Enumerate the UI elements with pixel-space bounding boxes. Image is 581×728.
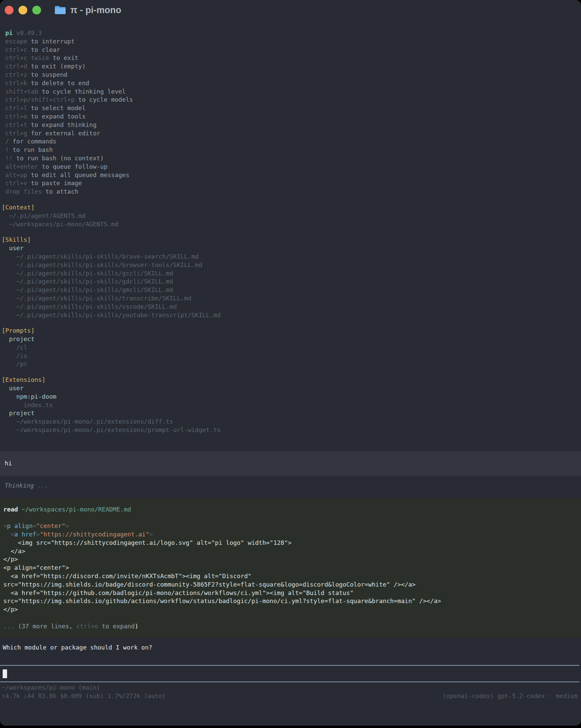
thinking-label: Thinking — [5, 482, 34, 489]
tool-output-line: <p align="center"> — [3, 564, 578, 572]
shortcut-line: ctrl+z to suspend — [2, 71, 581, 79]
shortcut-line: / for commands — [2, 137, 581, 146]
section-skills: [Skills] user ~/.pi/agent/skills/pi-skil… — [0, 236, 581, 319]
shortcut-line: alt+up to edit all queued messages — [2, 171, 581, 180]
section-prompts: [Prompts] project /cl /is /pr — [0, 327, 581, 368]
shortcut-line: ctrl+l to select model — [2, 104, 581, 112]
section-row: user — [2, 244, 581, 253]
tool-output-line: </p> — [3, 555, 578, 564]
shortcut-line: alt+enter to queue follow-up — [2, 163, 581, 171]
section-extensions: [Extensions] user npm:pi-doom index.ts p… — [0, 376, 581, 434]
blank-line — [3, 514, 578, 522]
tool-output-line: <a href="https://shittycodingagent.ai"> — [3, 530, 578, 539]
section-row: ~/.pi/agent/skills/pi-skills/vscode/SKIL… — [2, 303, 581, 311]
section-header: [Context] — [2, 203, 581, 212]
shortcut-line: shift+tab to cycle thinking level — [2, 87, 581, 96]
shortcut-line: ctrl+o to expand tools — [2, 112, 581, 121]
section-row: user — [2, 384, 581, 393]
assistant-message: Which module or package should I work on… — [0, 644, 581, 652]
tool-output-line: src="https://img.shields.io/badge/discor… — [3, 580, 578, 589]
section-row: ~/.pi/agent/skills/pi-skills/youtube-tra… — [2, 311, 581, 319]
minimize-window-button[interactable] — [19, 6, 27, 15]
section-row: /is — [2, 352, 581, 360]
close-window-button[interactable] — [5, 6, 14, 15]
status-line: ↑4.7k ↓44 R3.8k $0.009 (sub) 1.7%/272k (… — [2, 692, 578, 700]
section-row: project — [2, 409, 581, 418]
section-row: /pr — [2, 360, 581, 368]
section-row: ~/.pi/agent/AGENTS.md — [2, 212, 581, 220]
blank-line — [3, 614, 578, 622]
sections-block: [Context] ~/.pi/agent/AGENTS.md ~/worksp… — [0, 203, 581, 434]
shortcut-line: !! to run bash (no context) — [2, 154, 581, 163]
section-row: ~/workspaces/pi-mono/.pi/extensions/diff… — [2, 418, 581, 426]
section-row: ~/workspaces/pi-mono/AGENTS.md — [2, 220, 581, 229]
shortcut-line: ctrl+g for external editor — [2, 129, 581, 138]
section-row: ~/workspaces/pi-mono/.pi/extensions/prom… — [2, 426, 581, 434]
section-row: ~/.pi/agent/skills/pi-skills/browser-too… — [2, 261, 581, 269]
section-row: /cl — [2, 343, 581, 352]
folder-icon — [54, 5, 66, 15]
section-row: project — [2, 335, 581, 343]
thinking-dots: ... — [34, 482, 49, 489]
zoom-window-button[interactable] — [32, 6, 41, 15]
shortcut-line: ctrl+v to paste image — [2, 179, 581, 187]
shortcut-line: drop files to attach — [2, 187, 581, 196]
section-row: npm:pi-doom — [2, 393, 581, 401]
assistant-message-text: Which module or package should I work on… — [3, 644, 581, 652]
section-row: ~/.pi/agent/skills/pi-skills/gmcli/SKILL… — [2, 286, 581, 294]
text-cursor — [3, 669, 7, 678]
status-token-stats: ↑4.7k ↓44 R3.8k $0.009 (sub) 1.7%/272k (… — [2, 692, 166, 700]
section-context: [Context] ~/.pi/agent/AGENTS.md ~/worksp… — [0, 203, 581, 228]
tool-output-line: <a href="https://discord.com/invite/nKXT… — [3, 572, 578, 580]
shortcut-line: ! to run bash — [2, 146, 581, 154]
status-bar: ~/workspaces/pi-mono (main) ↑4.7k ↓44 R3… — [0, 682, 581, 700]
section-row: index.ts — [2, 401, 581, 410]
tool-output-line: <a href="https://github.com/badlogic/pi-… — [3, 589, 578, 597]
window-title: π - pi-mono — [70, 5, 121, 16]
user-message-panel: hi — [0, 451, 581, 476]
startup-help-block: pi v0.49.3 escape to interrupt ctrl+c to… — [0, 29, 581, 196]
prompt-input[interactable] — [0, 665, 579, 682]
section-header: [Skills] — [2, 236, 581, 244]
tool-command-line: read ~/workspaces/pi-mono/README.md — [3, 505, 578, 514]
shortcut-line: ctrl+c twice to exit — [2, 54, 581, 62]
shortcut-line: ctrl+p/shift+ctrl+p to cycle models — [2, 96, 581, 104]
status-cwd: ~/workspaces/pi-mono (main) — [2, 683, 578, 692]
title-bar: π - pi-mono — [0, 0, 581, 20]
shortcut-line: ctrl+k to delete to end — [2, 79, 581, 87]
tool-output-line: </a> — [3, 547, 578, 555]
app-version-line: pi v0.49.3 — [2, 29, 581, 37]
section-row: ~/.pi/agent/skills/pi-skills/gdcli/SKILL… — [2, 278, 581, 286]
section-header: [Prompts] — [2, 327, 581, 335]
section-row: ~/.pi/agent/skills/pi-skills/gccli/SKILL… — [2, 269, 581, 278]
tool-output-line: <p align="center"> — [3, 522, 578, 530]
user-message-text: hi — [5, 459, 12, 468]
shortcut-line: ctrl+d to exit (empty) — [2, 62, 581, 71]
shortcut-line: ctrl+t to expand thinking — [2, 121, 581, 129]
section-row: ~/.pi/agent/skills/pi-skills/transcribe/… — [2, 294, 581, 303]
terminal-window: π - pi-mono pi v0.49.3 escape to interru… — [0, 0, 581, 726]
tool-output-line: <img src="https://shittycodingagent.ai/l… — [3, 539, 578, 547]
section-header: [Extensions] — [2, 376, 581, 384]
shortcut-line: ctrl+c to clear — [2, 46, 581, 54]
tool-output-line: </p> — [3, 605, 578, 614]
thinking-indicator: Thinking ... — [0, 482, 581, 490]
shortcut-line: escape to interrupt — [2, 37, 581, 46]
status-model: (openai-codex) gpt-5.2-codex · medium — [443, 692, 578, 700]
tool-output-panel: read ~/workspaces/pi-mono/README.md <p a… — [0, 499, 581, 638]
tool-output-line: src="https://img.shields.io/github/actio… — [3, 597, 578, 605]
section-row: ~/.pi/agent/skills/pi-skills/brave-searc… — [2, 253, 581, 261]
truncation-line: ... (37 more lines, ctrl+o to expand) — [3, 622, 578, 631]
